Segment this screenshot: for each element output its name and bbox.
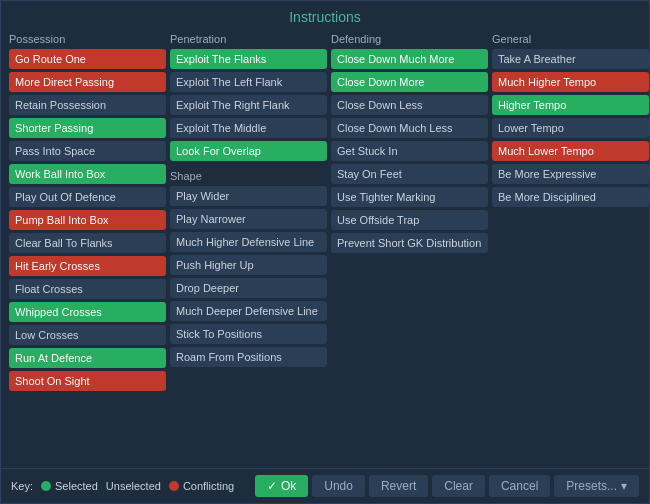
- key-label: Key:: [11, 480, 33, 492]
- general-item[interactable]: Take A Breather: [492, 49, 649, 69]
- col-header-possession: Possession: [9, 31, 166, 47]
- col-header-defending: Defending: [331, 31, 488, 47]
- footer: Key: Selected Unselected Conflicting Ok …: [1, 468, 649, 503]
- penetration-item[interactable]: Push Higher Up: [170, 255, 327, 275]
- general-item[interactable]: Be More Disciplined: [492, 187, 649, 207]
- defending-item[interactable]: Get Stuck In: [331, 141, 488, 161]
- possession-item[interactable]: Run At Defence: [9, 348, 166, 368]
- possession-item[interactable]: Float Crosses: [9, 279, 166, 299]
- possession-column: Go Route OneMore Direct PassingRetain Po…: [9, 49, 166, 468]
- columns-header: Possession Penetration Defending General: [1, 29, 649, 49]
- possession-item[interactable]: Retain Possession: [9, 95, 166, 115]
- possession-item[interactable]: Clear Ball To Flanks: [9, 233, 166, 253]
- general-item[interactable]: Much Higher Tempo: [492, 72, 649, 92]
- possession-item[interactable]: Play Out Of Defence: [9, 187, 166, 207]
- modal-title: Instructions: [1, 1, 649, 29]
- general-item[interactable]: Be More Expressive: [492, 164, 649, 184]
- defending-item[interactable]: Stay On Feet: [331, 164, 488, 184]
- defending-item[interactable]: Use Tighter Marking: [331, 187, 488, 207]
- presets-button[interactable]: Presets...: [554, 475, 639, 497]
- col-header-general: General: [492, 31, 649, 47]
- unselected-label: Unselected: [106, 480, 161, 492]
- penetration-item[interactable]: Drop Deeper: [170, 278, 327, 298]
- conflicting-label: Conflicting: [183, 480, 234, 492]
- possession-item[interactable]: Work Ball Into Box: [9, 164, 166, 184]
- penetration-item[interactable]: Exploit The Right Flank: [170, 95, 327, 115]
- penetration-item[interactable]: Much Deeper Defensive Line: [170, 301, 327, 321]
- ok-button[interactable]: Ok: [255, 475, 308, 497]
- general-column: Take A BreatherMuch Higher TempoHigher T…: [492, 49, 649, 468]
- general-item[interactable]: Much Lower Tempo: [492, 141, 649, 161]
- possession-item[interactable]: Hit Early Crosses: [9, 256, 166, 276]
- key-conflicting: Conflicting: [169, 480, 234, 492]
- defending-item[interactable]: Close Down Less: [331, 95, 488, 115]
- conflicting-dot: [169, 481, 179, 491]
- penetration-item[interactable]: Roam From Positions: [170, 347, 327, 367]
- key-area: Key: Selected Unselected Conflicting: [11, 480, 247, 492]
- penetration-item[interactable]: Stick To Positions: [170, 324, 327, 344]
- key-unselected: Unselected: [106, 480, 161, 492]
- selected-label: Selected: [55, 480, 98, 492]
- penetration-item[interactable]: Exploit The Left Flank: [170, 72, 327, 92]
- possession-item[interactable]: Pass Into Space: [9, 141, 166, 161]
- defending-item[interactable]: Close Down More: [331, 72, 488, 92]
- penetration-item[interactable]: Exploit The Middle: [170, 118, 327, 138]
- selected-dot: [41, 481, 51, 491]
- possession-item[interactable]: Pump Ball Into Box: [9, 210, 166, 230]
- undo-button[interactable]: Undo: [312, 475, 365, 497]
- defending-column: Close Down Much MoreClose Down MoreClose…: [331, 49, 488, 468]
- possession-item[interactable]: Low Crosses: [9, 325, 166, 345]
- defending-item[interactable]: Use Offside Trap: [331, 210, 488, 230]
- cancel-button[interactable]: Cancel: [489, 475, 550, 497]
- columns-body: Go Route OneMore Direct PassingRetain Po…: [1, 49, 649, 468]
- penetration-item[interactable]: Play Narrower: [170, 209, 327, 229]
- defending-item[interactable]: Close Down Much Less: [331, 118, 488, 138]
- penetration-column: Exploit The FlanksExploit The Left Flank…: [170, 49, 327, 468]
- key-selected: Selected: [41, 480, 98, 492]
- possession-item[interactable]: Whipped Crosses: [9, 302, 166, 322]
- revert-button[interactable]: Revert: [369, 475, 428, 497]
- possession-item[interactable]: Shorter Passing: [9, 118, 166, 138]
- defending-item[interactable]: Close Down Much More: [331, 49, 488, 69]
- instructions-modal: Instructions Possession Penetration Defe…: [0, 0, 650, 504]
- general-item[interactable]: Lower Tempo: [492, 118, 649, 138]
- footer-buttons: Ok Undo Revert Clear Cancel Presets...: [255, 475, 639, 497]
- penetration-item[interactable]: Exploit The Flanks: [170, 49, 327, 69]
- defending-item[interactable]: Prevent Short GK Distribution: [331, 233, 488, 253]
- section-label: Shape: [170, 166, 327, 183]
- possession-item[interactable]: More Direct Passing: [9, 72, 166, 92]
- penetration-item[interactable]: Much Higher Defensive Line: [170, 232, 327, 252]
- penetration-item[interactable]: Play Wider: [170, 186, 327, 206]
- possession-item[interactable]: Go Route One: [9, 49, 166, 69]
- penetration-item[interactable]: Look For Overlap: [170, 141, 327, 161]
- possession-item[interactable]: Shoot On Sight: [9, 371, 166, 391]
- col-header-penetration: Penetration: [170, 31, 327, 47]
- clear-button[interactable]: Clear: [432, 475, 485, 497]
- general-item[interactable]: Higher Tempo: [492, 95, 649, 115]
